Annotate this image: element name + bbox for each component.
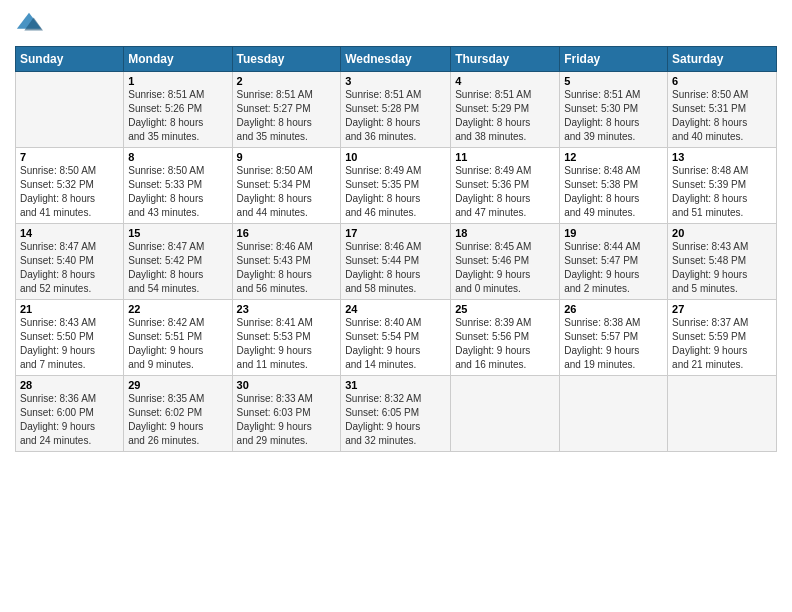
day-number: 10: [345, 151, 446, 163]
day-detail: Sunrise: 8:51 AMSunset: 5:28 PMDaylight:…: [345, 89, 421, 142]
day-number: 17: [345, 227, 446, 239]
day-detail: Sunrise: 8:48 AMSunset: 5:38 PMDaylight:…: [564, 165, 640, 218]
day-number: 2: [237, 75, 337, 87]
day-number: 22: [128, 303, 227, 315]
week-row-3: 14Sunrise: 8:47 AMSunset: 5:40 PMDayligh…: [16, 224, 777, 300]
day-detail: Sunrise: 8:41 AMSunset: 5:53 PMDaylight:…: [237, 317, 313, 370]
day-cell: 28Sunrise: 8:36 AMSunset: 6:00 PMDayligh…: [16, 376, 124, 452]
day-number: 14: [20, 227, 119, 239]
day-cell: 7Sunrise: 8:50 AMSunset: 5:32 PMDaylight…: [16, 148, 124, 224]
day-cell: 26Sunrise: 8:38 AMSunset: 5:57 PMDayligh…: [560, 300, 668, 376]
day-header-thursday: Thursday: [451, 47, 560, 72]
day-detail: Sunrise: 8:51 AMSunset: 5:29 PMDaylight:…: [455, 89, 531, 142]
day-cell: 31Sunrise: 8:32 AMSunset: 6:05 PMDayligh…: [341, 376, 451, 452]
day-cell: 14Sunrise: 8:47 AMSunset: 5:40 PMDayligh…: [16, 224, 124, 300]
day-number: 18: [455, 227, 555, 239]
day-detail: Sunrise: 8:47 AMSunset: 5:40 PMDaylight:…: [20, 241, 96, 294]
day-cell: 16Sunrise: 8:46 AMSunset: 5:43 PMDayligh…: [232, 224, 341, 300]
day-header-tuesday: Tuesday: [232, 47, 341, 72]
day-number: 31: [345, 379, 446, 391]
day-detail: Sunrise: 8:50 AMSunset: 5:33 PMDaylight:…: [128, 165, 204, 218]
day-detail: Sunrise: 8:45 AMSunset: 5:46 PMDaylight:…: [455, 241, 531, 294]
day-detail: Sunrise: 8:48 AMSunset: 5:39 PMDaylight:…: [672, 165, 748, 218]
day-cell: [451, 376, 560, 452]
day-number: 19: [564, 227, 663, 239]
day-detail: Sunrise: 8:50 AMSunset: 5:34 PMDaylight:…: [237, 165, 313, 218]
day-number: 13: [672, 151, 772, 163]
day-detail: Sunrise: 8:35 AMSunset: 6:02 PMDaylight:…: [128, 393, 204, 446]
day-number: 28: [20, 379, 119, 391]
day-header-sunday: Sunday: [16, 47, 124, 72]
day-cell: 3Sunrise: 8:51 AMSunset: 5:28 PMDaylight…: [341, 72, 451, 148]
day-number: 15: [128, 227, 227, 239]
day-detail: Sunrise: 8:46 AMSunset: 5:43 PMDaylight:…: [237, 241, 313, 294]
day-detail: Sunrise: 8:49 AMSunset: 5:35 PMDaylight:…: [345, 165, 421, 218]
day-detail: Sunrise: 8:47 AMSunset: 5:42 PMDaylight:…: [128, 241, 204, 294]
day-detail: Sunrise: 8:32 AMSunset: 6:05 PMDaylight:…: [345, 393, 421, 446]
day-cell: 9Sunrise: 8:50 AMSunset: 5:34 PMDaylight…: [232, 148, 341, 224]
day-cell: 1Sunrise: 8:51 AMSunset: 5:26 PMDaylight…: [124, 72, 232, 148]
page: SundayMondayTuesdayWednesdayThursdayFrid…: [0, 0, 792, 612]
day-detail: Sunrise: 8:43 AMSunset: 5:48 PMDaylight:…: [672, 241, 748, 294]
day-detail: Sunrise: 8:38 AMSunset: 5:57 PMDaylight:…: [564, 317, 640, 370]
day-cell: 25Sunrise: 8:39 AMSunset: 5:56 PMDayligh…: [451, 300, 560, 376]
day-number: 24: [345, 303, 446, 315]
day-cell: 12Sunrise: 8:48 AMSunset: 5:38 PMDayligh…: [560, 148, 668, 224]
day-number: 3: [345, 75, 446, 87]
day-detail: Sunrise: 8:51 AMSunset: 5:26 PMDaylight:…: [128, 89, 204, 142]
day-number: 16: [237, 227, 337, 239]
day-cell: 19Sunrise: 8:44 AMSunset: 5:47 PMDayligh…: [560, 224, 668, 300]
day-cell: [560, 376, 668, 452]
day-detail: Sunrise: 8:46 AMSunset: 5:44 PMDaylight:…: [345, 241, 421, 294]
logo-icon: [15, 10, 43, 38]
day-number: 6: [672, 75, 772, 87]
day-number: 29: [128, 379, 227, 391]
day-number: 4: [455, 75, 555, 87]
day-cell: 27Sunrise: 8:37 AMSunset: 5:59 PMDayligh…: [668, 300, 777, 376]
week-row-5: 28Sunrise: 8:36 AMSunset: 6:00 PMDayligh…: [16, 376, 777, 452]
day-number: 1: [128, 75, 227, 87]
day-cell: 10Sunrise: 8:49 AMSunset: 5:35 PMDayligh…: [341, 148, 451, 224]
day-detail: Sunrise: 8:33 AMSunset: 6:03 PMDaylight:…: [237, 393, 313, 446]
day-cell: 23Sunrise: 8:41 AMSunset: 5:53 PMDayligh…: [232, 300, 341, 376]
day-number: 26: [564, 303, 663, 315]
day-cell: 13Sunrise: 8:48 AMSunset: 5:39 PMDayligh…: [668, 148, 777, 224]
day-detail: Sunrise: 8:36 AMSunset: 6:00 PMDaylight:…: [20, 393, 96, 446]
day-number: 23: [237, 303, 337, 315]
header: [15, 10, 777, 38]
day-cell: [16, 72, 124, 148]
day-detail: Sunrise: 8:49 AMSunset: 5:36 PMDaylight:…: [455, 165, 531, 218]
day-cell: 2Sunrise: 8:51 AMSunset: 5:27 PMDaylight…: [232, 72, 341, 148]
day-number: 11: [455, 151, 555, 163]
day-cell: 15Sunrise: 8:47 AMSunset: 5:42 PMDayligh…: [124, 224, 232, 300]
day-number: 20: [672, 227, 772, 239]
day-cell: 30Sunrise: 8:33 AMSunset: 6:03 PMDayligh…: [232, 376, 341, 452]
day-cell: 20Sunrise: 8:43 AMSunset: 5:48 PMDayligh…: [668, 224, 777, 300]
day-cell: 22Sunrise: 8:42 AMSunset: 5:51 PMDayligh…: [124, 300, 232, 376]
day-header-wednesday: Wednesday: [341, 47, 451, 72]
day-cell: 6Sunrise: 8:50 AMSunset: 5:31 PMDaylight…: [668, 72, 777, 148]
day-number: 27: [672, 303, 772, 315]
header-row: SundayMondayTuesdayWednesdayThursdayFrid…: [16, 47, 777, 72]
day-number: 21: [20, 303, 119, 315]
day-detail: Sunrise: 8:43 AMSunset: 5:50 PMDaylight:…: [20, 317, 96, 370]
day-number: 30: [237, 379, 337, 391]
day-detail: Sunrise: 8:50 AMSunset: 5:31 PMDaylight:…: [672, 89, 748, 142]
day-number: 7: [20, 151, 119, 163]
day-cell: 18Sunrise: 8:45 AMSunset: 5:46 PMDayligh…: [451, 224, 560, 300]
week-row-2: 7Sunrise: 8:50 AMSunset: 5:32 PMDaylight…: [16, 148, 777, 224]
day-number: 8: [128, 151, 227, 163]
day-number: 5: [564, 75, 663, 87]
day-detail: Sunrise: 8:44 AMSunset: 5:47 PMDaylight:…: [564, 241, 640, 294]
day-detail: Sunrise: 8:40 AMSunset: 5:54 PMDaylight:…: [345, 317, 421, 370]
day-cell: 8Sunrise: 8:50 AMSunset: 5:33 PMDaylight…: [124, 148, 232, 224]
day-number: 12: [564, 151, 663, 163]
week-row-4: 21Sunrise: 8:43 AMSunset: 5:50 PMDayligh…: [16, 300, 777, 376]
day-cell: 21Sunrise: 8:43 AMSunset: 5:50 PMDayligh…: [16, 300, 124, 376]
day-detail: Sunrise: 8:42 AMSunset: 5:51 PMDaylight:…: [128, 317, 204, 370]
day-cell: 24Sunrise: 8:40 AMSunset: 5:54 PMDayligh…: [341, 300, 451, 376]
day-cell: 4Sunrise: 8:51 AMSunset: 5:29 PMDaylight…: [451, 72, 560, 148]
day-cell: [668, 376, 777, 452]
day-cell: 17Sunrise: 8:46 AMSunset: 5:44 PMDayligh…: [341, 224, 451, 300]
calendar-table: SundayMondayTuesdayWednesdayThursdayFrid…: [15, 46, 777, 452]
